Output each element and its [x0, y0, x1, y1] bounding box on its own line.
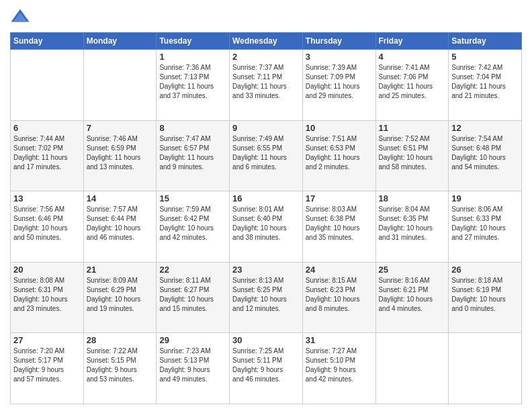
weekday-header-friday: Friday [375, 33, 449, 50]
day-number: 4 [379, 52, 446, 62]
day-cell: 3Sunrise: 7:39 AM Sunset: 7:09 PM Daylig… [302, 50, 375, 121]
day-number: 25 [379, 265, 446, 275]
day-number: 19 [451, 193, 519, 203]
day-cell [449, 333, 522, 404]
day-number: 31 [306, 335, 373, 345]
day-cell: 22Sunrise: 8:11 AM Sunset: 6:27 PM Dayli… [157, 262, 230, 333]
week-row-2: 6Sunrise: 7:44 AM Sunset: 7:02 PM Daylig… [11, 120, 522, 191]
weekday-header-saturday: Saturday [449, 33, 522, 50]
day-number: 10 [306, 123, 373, 133]
day-cell: 5Sunrise: 7:42 AM Sunset: 7:04 PM Daylig… [449, 50, 522, 121]
day-cell [83, 50, 157, 121]
day-number: 30 [232, 335, 300, 345]
day-number: 15 [159, 193, 226, 203]
day-info: Sunrise: 7:57 AM Sunset: 6:44 PM Dayligh… [87, 205, 154, 242]
day-info: Sunrise: 8:04 AM Sunset: 6:35 PM Dayligh… [379, 205, 446, 242]
day-cell: 17Sunrise: 8:03 AM Sunset: 6:38 PM Dayli… [302, 191, 375, 263]
day-info: Sunrise: 7:36 AM Sunset: 7:13 PM Dayligh… [159, 63, 226, 101]
day-info: Sunrise: 7:23 AM Sunset: 5:13 PM Dayligh… [159, 347, 226, 384]
logo-icon [10, 7, 30, 27]
day-cell [11, 50, 84, 121]
day-number: 13 [13, 193, 81, 203]
day-number: 17 [306, 193, 373, 203]
day-cell: 20Sunrise: 8:08 AM Sunset: 6:31 PM Dayli… [11, 262, 84, 333]
day-number: 8 [159, 123, 226, 133]
day-info: Sunrise: 7:52 AM Sunset: 6:51 PM Dayligh… [379, 134, 446, 172]
day-number: 5 [451, 52, 519, 62]
weekday-header-row: SundayMondayTuesdayWednesdayThursdayFrid… [11, 33, 522, 50]
day-cell: 2Sunrise: 7:37 AM Sunset: 7:11 PM Daylig… [230, 50, 303, 121]
day-info: Sunrise: 7:41 AM Sunset: 7:06 PM Dayligh… [379, 63, 446, 101]
page: SundayMondayTuesdayWednesdayThursdayFrid… [0, 0, 532, 411]
day-number: 11 [379, 123, 446, 133]
day-cell: 11Sunrise: 7:52 AM Sunset: 6:51 PM Dayli… [375, 120, 449, 191]
day-info: Sunrise: 7:49 AM Sunset: 6:55 PM Dayligh… [232, 134, 300, 172]
day-cell: 25Sunrise: 8:16 AM Sunset: 6:21 PM Dayli… [375, 262, 449, 333]
day-cell: 30Sunrise: 7:25 AM Sunset: 5:11 PM Dayli… [230, 333, 303, 404]
day-cell [375, 333, 449, 404]
day-cell: 19Sunrise: 8:06 AM Sunset: 6:33 PM Dayli… [449, 191, 522, 263]
day-number: 21 [87, 265, 154, 275]
day-info: Sunrise: 8:08 AM Sunset: 6:31 PM Dayligh… [13, 276, 81, 314]
day-info: Sunrise: 7:20 AM Sunset: 5:17 PM Dayligh… [13, 347, 81, 384]
day-cell: 9Sunrise: 7:49 AM Sunset: 6:55 PM Daylig… [230, 120, 303, 191]
day-cell: 7Sunrise: 7:46 AM Sunset: 6:59 PM Daylig… [83, 120, 157, 191]
day-info: Sunrise: 8:01 AM Sunset: 6:40 PM Dayligh… [232, 205, 300, 242]
day-number: 14 [87, 193, 154, 203]
day-number: 9 [232, 123, 300, 133]
day-info: Sunrise: 7:56 AM Sunset: 6:46 PM Dayligh… [13, 205, 81, 242]
day-info: Sunrise: 8:03 AM Sunset: 6:38 PM Dayligh… [306, 205, 373, 242]
day-cell: 27Sunrise: 7:20 AM Sunset: 5:17 PM Dayli… [11, 333, 84, 404]
day-info: Sunrise: 7:51 AM Sunset: 6:53 PM Dayligh… [306, 134, 373, 172]
weekday-header-thursday: Thursday [302, 33, 375, 50]
day-cell: 26Sunrise: 8:18 AM Sunset: 6:19 PM Dayli… [449, 262, 522, 333]
day-info: Sunrise: 8:15 AM Sunset: 6:23 PM Dayligh… [306, 276, 373, 314]
day-info: Sunrise: 8:16 AM Sunset: 6:21 PM Dayligh… [379, 276, 446, 314]
logo [10, 7, 33, 27]
day-number: 6 [13, 123, 81, 133]
day-info: Sunrise: 8:13 AM Sunset: 6:25 PM Dayligh… [232, 276, 300, 314]
day-cell: 4Sunrise: 7:41 AM Sunset: 7:06 PM Daylig… [375, 50, 449, 121]
day-cell: 12Sunrise: 7:54 AM Sunset: 6:48 PM Dayli… [449, 120, 522, 191]
day-info: Sunrise: 7:42 AM Sunset: 7:04 PM Dayligh… [451, 63, 519, 101]
day-info: Sunrise: 8:18 AM Sunset: 6:19 PM Dayligh… [451, 276, 519, 314]
day-cell: 16Sunrise: 8:01 AM Sunset: 6:40 PM Dayli… [230, 191, 303, 263]
day-cell: 28Sunrise: 7:22 AM Sunset: 5:15 PM Dayli… [83, 333, 157, 404]
day-cell: 6Sunrise: 7:44 AM Sunset: 7:02 PM Daylig… [11, 120, 84, 191]
day-number: 3 [306, 52, 373, 62]
day-number: 1 [159, 52, 226, 62]
day-number: 7 [87, 123, 154, 133]
day-info: Sunrise: 8:11 AM Sunset: 6:27 PM Dayligh… [159, 276, 226, 314]
day-number: 20 [13, 265, 81, 275]
day-cell: 29Sunrise: 7:23 AM Sunset: 5:13 PM Dayli… [157, 333, 230, 404]
day-cell: 14Sunrise: 7:57 AM Sunset: 6:44 PM Dayli… [83, 191, 157, 263]
weekday-header-wednesday: Wednesday [230, 33, 303, 50]
day-info: Sunrise: 7:39 AM Sunset: 7:09 PM Dayligh… [306, 63, 373, 101]
day-cell: 31Sunrise: 7:27 AM Sunset: 5:10 PM Dayli… [302, 333, 375, 404]
day-number: 29 [159, 335, 226, 345]
day-cell: 23Sunrise: 8:13 AM Sunset: 6:25 PM Dayli… [230, 262, 303, 333]
day-cell: 24Sunrise: 8:15 AM Sunset: 6:23 PM Dayli… [302, 262, 375, 333]
day-number: 16 [232, 193, 300, 203]
week-row-4: 20Sunrise: 8:08 AM Sunset: 6:31 PM Dayli… [11, 262, 522, 333]
day-info: Sunrise: 7:47 AM Sunset: 6:57 PM Dayligh… [159, 134, 226, 172]
day-number: 24 [306, 265, 373, 275]
day-info: Sunrise: 7:54 AM Sunset: 6:48 PM Dayligh… [451, 134, 519, 172]
day-info: Sunrise: 7:22 AM Sunset: 5:15 PM Dayligh… [87, 347, 154, 384]
day-cell: 18Sunrise: 8:04 AM Sunset: 6:35 PM Dayli… [375, 191, 449, 263]
day-cell: 15Sunrise: 7:59 AM Sunset: 6:42 PM Dayli… [157, 191, 230, 263]
day-info: Sunrise: 7:44 AM Sunset: 7:02 PM Dayligh… [13, 134, 81, 172]
day-cell: 21Sunrise: 8:09 AM Sunset: 6:29 PM Dayli… [83, 262, 157, 333]
week-row-5: 27Sunrise: 7:20 AM Sunset: 5:17 PM Dayli… [11, 333, 522, 404]
day-number: 22 [159, 265, 226, 275]
day-info: Sunrise: 7:25 AM Sunset: 5:11 PM Dayligh… [232, 347, 300, 384]
day-cell: 1Sunrise: 7:36 AM Sunset: 7:13 PM Daylig… [157, 50, 230, 121]
day-info: Sunrise: 7:59 AM Sunset: 6:42 PM Dayligh… [159, 205, 226, 242]
day-info: Sunrise: 7:46 AM Sunset: 6:59 PM Dayligh… [87, 134, 154, 172]
day-cell: 10Sunrise: 7:51 AM Sunset: 6:53 PM Dayli… [302, 120, 375, 191]
week-row-3: 13Sunrise: 7:56 AM Sunset: 6:46 PM Dayli… [11, 191, 522, 263]
day-cell: 8Sunrise: 7:47 AM Sunset: 6:57 PM Daylig… [157, 120, 230, 191]
weekday-header-sunday: Sunday [11, 33, 84, 50]
day-cell: 13Sunrise: 7:56 AM Sunset: 6:46 PM Dayli… [11, 191, 84, 263]
day-info: Sunrise: 7:27 AM Sunset: 5:10 PM Dayligh… [306, 347, 373, 384]
